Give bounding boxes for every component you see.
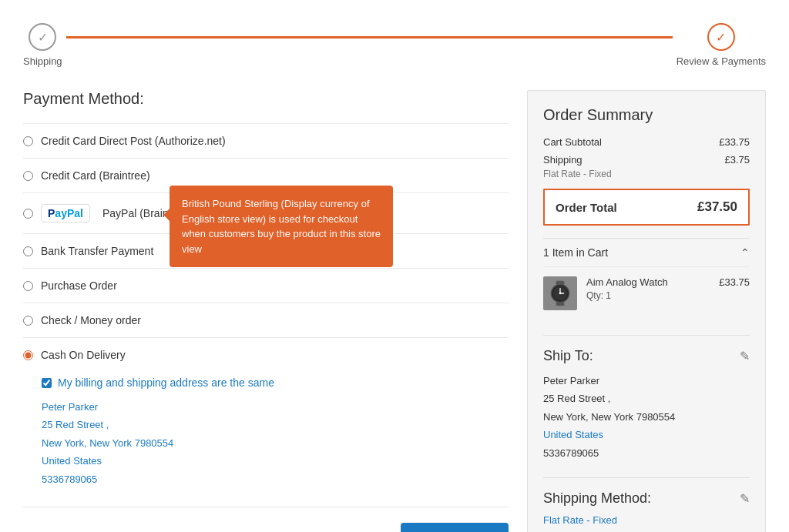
payment-method-title: Payment Method: bbox=[23, 90, 509, 108]
shipping-method-note: Flat Rate - Fixed bbox=[543, 169, 612, 179]
order-summary-box: Order Summary Cart Subtotal £33.75 Shipp… bbox=[527, 90, 766, 532]
cart-subtotal-row: Cart Subtotal £33.75 bbox=[543, 136, 750, 148]
main-layout: Payment Method: Credit Card Direct Post … bbox=[23, 90, 766, 532]
ship-to-title: Ship To: bbox=[543, 348, 593, 364]
shipping-row: Shipping £3.75 bbox=[543, 154, 750, 166]
cod-address-line-5: 5336789065 bbox=[42, 470, 274, 488]
cart-toggle[interactable]: 1 Item in Cart ⌃ bbox=[543, 238, 750, 266]
cod-address: Peter Parker 25 Red Street , New York, N… bbox=[42, 398, 274, 488]
ship-to-header: Ship To: ✎ bbox=[543, 348, 750, 364]
place-order-wrapper: Place Order bbox=[23, 523, 509, 532]
order-total-label: Order Total bbox=[556, 201, 617, 214]
shipping-value: £3.75 bbox=[724, 154, 750, 166]
cart-subtotal-value: £33.75 bbox=[719, 136, 750, 148]
order-total-value: £37.50 bbox=[697, 199, 737, 215]
ship-to-address2: New York, New York 7980554 bbox=[543, 408, 750, 426]
order-summary-title: Order Summary bbox=[543, 106, 750, 124]
order-total-box: Order Total £37.50 bbox=[543, 189, 750, 226]
ship-to-phone: 5336789065 bbox=[543, 444, 750, 462]
ship-to-name: Peter Parker bbox=[543, 372, 750, 390]
payment-item-check-money: Check / Money order bbox=[23, 303, 509, 338]
label-cod: Cash On Delivery bbox=[41, 349, 126, 361]
paypal-p-light: ayPal bbox=[55, 207, 83, 219]
watch-icon bbox=[546, 279, 574, 307]
step-review-label: Review & Payments bbox=[677, 55, 766, 67]
payment-method-list: Credit Card Direct Post (Authorize.net) … bbox=[23, 123, 509, 507]
billing-same-row: My billing and shipping address are the … bbox=[42, 376, 274, 389]
cod-address-line-2: 25 Red Street , bbox=[42, 416, 274, 433]
payment-item-paypal-braintree: PayPal PayPal (Braintree) British Pound … bbox=[23, 193, 509, 234]
paypal-p-blue: P bbox=[48, 207, 55, 219]
shipping-method-section: Shipping Method: ✎ Flat Rate - Fixed bbox=[543, 477, 750, 526]
step-shipping: ✓ Shipping bbox=[23, 23, 62, 67]
label-purchase-order: Purchase Order bbox=[41, 279, 117, 292]
shipping-method-value: Flat Rate - Fixed bbox=[543, 514, 750, 526]
cod-address-line-4: United States bbox=[42, 452, 274, 470]
left-panel: Payment Method: Credit Card Direct Post … bbox=[23, 90, 509, 532]
label-credit-card-braintree: Credit Card (Braintree) bbox=[41, 169, 150, 182]
svg-point-6 bbox=[559, 293, 562, 295]
items-in-cart-label: 1 Item in Cart bbox=[543, 246, 608, 259]
label-bank-transfer: Bank Transfer Payment bbox=[41, 245, 153, 257]
ship-to-section: Ship To: ✎ Peter Parker 25 Red Street , … bbox=[543, 335, 750, 462]
radio-bank-transfer[interactable] bbox=[23, 246, 33, 256]
cod-expanded: My billing and shipping address are the … bbox=[23, 369, 274, 496]
step-line bbox=[66, 36, 673, 38]
billing-same-checkbox[interactable] bbox=[42, 378, 52, 388]
radio-check-money[interactable] bbox=[23, 316, 33, 326]
shipping-method-header: Shipping Method: ✎ bbox=[543, 490, 750, 507]
page-wrapper: ✓ Shipping ✓ Review & Payments Payment M… bbox=[0, 0, 789, 532]
step-review-circle: ✓ bbox=[707, 23, 735, 51]
cart-item-row: Aim Analog Watch Qty: 1 £33.75 bbox=[543, 266, 750, 320]
cart-item-qty: Qty: 1 bbox=[586, 290, 710, 301]
step-shipping-label: Shipping bbox=[23, 55, 62, 67]
label-check-money: Check / Money order bbox=[41, 314, 141, 326]
ship-to-address: Peter Parker 25 Red Street , New York, N… bbox=[543, 372, 750, 462]
cart-subtotal-label: Cart Subtotal bbox=[543, 136, 602, 148]
radio-cod[interactable] bbox=[23, 350, 33, 360]
right-panel: Order Summary Cart Subtotal £33.75 Shipp… bbox=[527, 90, 766, 532]
shipping-label: Shipping bbox=[543, 154, 583, 166]
radio-credit-card-direct[interactable] bbox=[23, 136, 33, 146]
step-shipping-circle: ✓ bbox=[29, 23, 56, 51]
ship-to-edit-icon[interactable]: ✎ bbox=[740, 349, 750, 363]
shipping-method-row: Flat Rate - Fixed bbox=[543, 169, 750, 179]
cart-item-name: Aim Analog Watch bbox=[586, 276, 710, 288]
ship-to-country: United States bbox=[543, 426, 750, 443]
shipping-method-title: Shipping Method: bbox=[543, 490, 651, 507]
cod-address-line-3: New York, New York 7980554 bbox=[42, 434, 274, 452]
cart-item-details: Aim Analog Watch Qty: 1 bbox=[586, 276, 710, 301]
label-credit-card-direct: Credit Card Direct Post (Authorize.net) bbox=[41, 135, 226, 147]
cod-address-line-1: Peter Parker bbox=[42, 398, 274, 416]
progress-steps: ✓ Shipping ✓ Review & Payments bbox=[23, 15, 766, 67]
radio-paypal-braintree[interactable] bbox=[23, 209, 33, 219]
chevron-up-icon: ⌃ bbox=[740, 246, 750, 259]
ship-to-address1: 25 Red Street , bbox=[543, 390, 750, 407]
cart-item-price: £33.75 bbox=[719, 276, 750, 288]
payment-item-cod: Cash On Delivery My billing and shipping… bbox=[23, 338, 509, 507]
paypal-logo: PayPal bbox=[41, 204, 90, 223]
place-order-button[interactable]: Place Order bbox=[401, 523, 509, 532]
cart-item-image bbox=[543, 276, 577, 310]
payment-item-credit-card-direct: Credit Card Direct Post (Authorize.net) bbox=[23, 123, 509, 159]
radio-purchase-order[interactable] bbox=[23, 281, 33, 291]
radio-credit-card-braintree[interactable] bbox=[23, 171, 33, 181]
payment-item-purchase-order: Purchase Order bbox=[23, 269, 509, 303]
billing-same-label: My billing and shipping address are the … bbox=[58, 376, 274, 389]
step-review-payments: ✓ Review & Payments bbox=[677, 23, 766, 67]
currency-tooltip: British Pound Sterling (Display currency… bbox=[170, 186, 393, 267]
shipping-method-edit-icon[interactable]: ✎ bbox=[740, 491, 750, 506]
